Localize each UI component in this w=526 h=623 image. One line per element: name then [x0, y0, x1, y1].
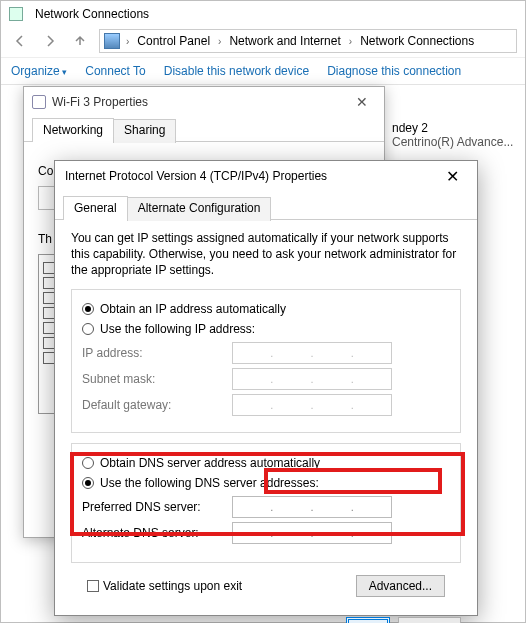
ip-address-input: ... [232, 342, 392, 364]
organize-menu[interactable]: Organize [11, 64, 67, 78]
explorer-nav-row: › Control Panel › Network and Internet ›… [1, 25, 525, 57]
alternate-dns-row: Alternate DNS server: ... [82, 522, 450, 544]
breadcrumb-item[interactable]: Network Connections [358, 33, 476, 49]
explorer-toolbar: Organize Connect To Disable this network… [1, 57, 525, 85]
subnet-mask-input: ... [232, 368, 392, 390]
chevron-right-icon: › [124, 36, 131, 47]
forward-button[interactable] [39, 30, 61, 52]
network-connections-icon [104, 33, 120, 49]
chevron-right-icon: › [347, 36, 354, 47]
diagnose-button[interactable]: Diagnose this connection [327, 64, 461, 78]
ipv4-dialog-titlebar: Internet Protocol Version 4 (TCP/IPv4) P… [55, 161, 477, 191]
disable-device-button[interactable]: Disable this network device [164, 64, 309, 78]
radio-ip-auto-label: Obtain an IP address automatically [100, 302, 286, 316]
adapter-item[interactable]: ndey 2 Centrino(R) Advance... [392, 121, 513, 149]
wifi-icon [32, 95, 46, 109]
ipv4-dialog-tabs: General Alternate Configuration [55, 193, 477, 220]
close-icon[interactable]: ✕ [437, 167, 467, 186]
radio-ip-auto[interactable]: Obtain an IP address automatically [82, 302, 450, 316]
connect-to-button[interactable]: Connect To [85, 64, 146, 78]
tab-sharing[interactable]: Sharing [113, 119, 176, 143]
back-button[interactable] [9, 30, 31, 52]
radio-icon [82, 477, 94, 489]
control-panel-icon [9, 7, 23, 21]
radio-ip-manual-label: Use the following IP address: [100, 322, 255, 336]
tab-general[interactable]: General [63, 196, 128, 220]
subnet-mask-row: Subnet mask: ... [82, 368, 450, 390]
advanced-button[interactable]: Advanced... [356, 575, 445, 597]
preferred-dns-label: Preferred DNS server: [82, 500, 232, 514]
radio-ip-manual[interactable]: Use the following IP address: [82, 322, 450, 336]
preferred-dns-row: Preferred DNS server: ... [82, 496, 450, 518]
breadcrumb-item[interactable]: Control Panel [135, 33, 212, 49]
radio-dns-auto[interactable]: Obtain DNS server address automatically [82, 456, 450, 470]
adapter-desc: Centrino(R) Advance... [392, 135, 513, 149]
ip-address-group: Obtain an IP address automatically Use t… [71, 289, 461, 433]
adapter-name: ndey 2 [392, 121, 513, 135]
radio-dns-manual[interactable]: Use the following DNS server addresses: [82, 476, 450, 490]
ipv4-description: You can get IP settings assigned automat… [71, 230, 461, 279]
alternate-dns-label: Alternate DNS server: [82, 526, 232, 540]
ipv4-dialog-title: Internet Protocol Version 4 (TCP/IPv4) P… [65, 169, 437, 183]
tab-networking[interactable]: Networking [32, 118, 114, 142]
ipv4-dialog-buttons: OK Cancel [55, 605, 477, 623]
tab-alternate-config[interactable]: Alternate Configuration [127, 197, 272, 221]
ip-address-label: IP address: [82, 346, 232, 360]
breadcrumb-bar[interactable]: › Control Panel › Network and Internet ›… [99, 29, 517, 53]
validate-row: Validate settings upon exit Advanced... [71, 573, 461, 597]
default-gateway-row: Default gateway: ... [82, 394, 450, 416]
ipv4-dialog-body: You can get IP settings assigned automat… [55, 220, 477, 605]
preferred-dns-input[interactable]: ... [232, 496, 392, 518]
up-button[interactable] [69, 30, 91, 52]
radio-icon [82, 457, 94, 469]
wifi-dialog-title: Wi-Fi 3 Properties [52, 95, 348, 109]
ipv4-properties-dialog: Internet Protocol Version 4 (TCP/IPv4) P… [54, 160, 478, 616]
dns-server-group: Obtain DNS server address automatically … [71, 443, 461, 563]
radio-icon [82, 303, 94, 315]
breadcrumb-item[interactable]: Network and Internet [227, 33, 342, 49]
cancel-button[interactable]: Cancel [398, 617, 461, 623]
wifi-dialog-titlebar: Wi-Fi 3 Properties ✕ [24, 87, 384, 117]
radio-dns-auto-label: Obtain DNS server address automatically [100, 456, 320, 470]
close-icon[interactable]: ✕ [348, 94, 376, 110]
ok-button[interactable]: OK [346, 617, 389, 623]
validate-checkbox[interactable] [87, 580, 99, 592]
subnet-mask-label: Subnet mask: [82, 372, 232, 386]
default-gateway-input: ... [232, 394, 392, 416]
validate-label: Validate settings upon exit [103, 579, 242, 593]
chevron-right-icon: › [216, 36, 223, 47]
default-gateway-label: Default gateway: [82, 398, 232, 412]
explorer-title: Network Connections [35, 7, 149, 21]
radio-icon [82, 323, 94, 335]
ip-address-row: IP address: ... [82, 342, 450, 364]
wifi-dialog-tabs: Networking Sharing [24, 117, 384, 142]
alternate-dns-input[interactable]: ... [232, 522, 392, 544]
explorer-titlebar: Network Connections [1, 1, 525, 25]
radio-dns-manual-label: Use the following DNS server addresses: [100, 476, 319, 490]
